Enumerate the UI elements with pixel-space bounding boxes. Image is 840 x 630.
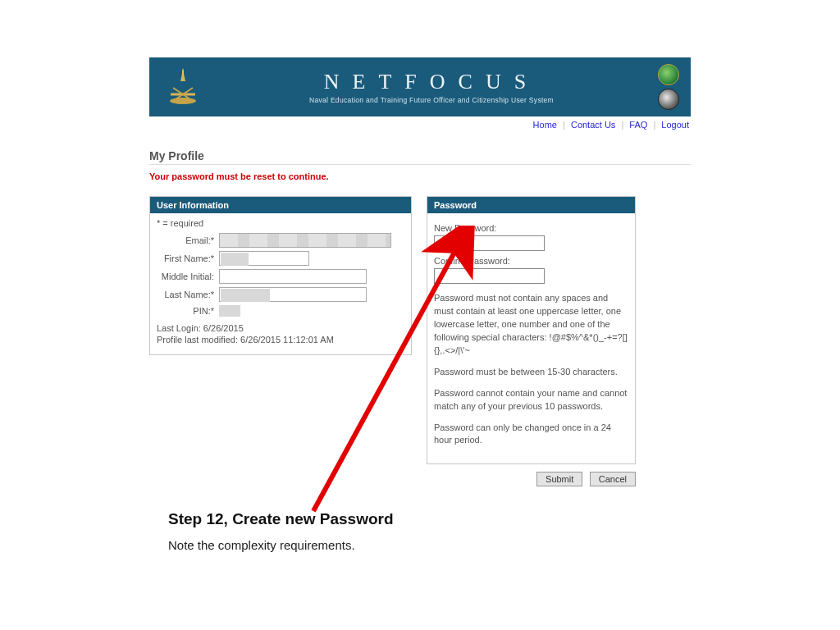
pin-label: PIN:* (157, 306, 219, 316)
email-label: Email:* (157, 235, 219, 245)
step-note: Note the complexity requirements. (168, 538, 394, 552)
middle-initial-field[interactable] (219, 269, 367, 284)
password-rule-4: Password can only be changed once in a 2… (434, 422, 628, 448)
last-modified: Profile last modified: 6/26/2015 11:12:0… (157, 335, 404, 345)
nav-home[interactable]: Home (533, 120, 557, 130)
pin-value (219, 305, 252, 317)
last-name-field[interactable] (219, 287, 367, 302)
user-info-panel: User Information * = required Email:* Fi… (149, 196, 412, 355)
nav-logout[interactable]: Logout (661, 120, 689, 130)
confirm-password-input[interactable] (434, 268, 545, 284)
submit-button[interactable]: Submit (536, 472, 582, 486)
top-nav: Home | Contact Us | FAQ | Logout (149, 116, 691, 130)
middle-initial-label: Middle Initial: (157, 272, 219, 281)
app-title: NETFOCUS (238, 70, 625, 94)
password-rule-1: Password must not contain any spaces and… (434, 292, 628, 358)
password-rule-2: Password must be between 15-30 character… (434, 366, 628, 379)
password-panel: Password New Password: Confirm Password:… (427, 196, 636, 464)
navy-crest-icon (161, 65, 205, 109)
last-login: Last Login: 6/26/2015 (157, 323, 404, 333)
user-info-header: User Information (150, 197, 411, 213)
email-field[interactable] (219, 233, 391, 248)
last-name-label: Last Name:* (157, 290, 219, 299)
seal-icon-1 (658, 64, 679, 85)
new-password-input[interactable] (434, 235, 545, 251)
nav-faq[interactable]: FAQ (629, 120, 647, 130)
nav-contact[interactable]: Contact Us (571, 120, 615, 130)
step-caption: Step 12, Create new Password Note the co… (168, 510, 394, 552)
seal-icon-2 (658, 89, 679, 110)
first-name-field[interactable] (219, 251, 309, 266)
header-banner: NETFOCUS Naval Education and Training Fu… (149, 57, 691, 116)
cancel-button[interactable]: Cancel (590, 472, 636, 486)
required-note: * = required (157, 218, 404, 228)
app-subtitle: Naval Education and Training Future Offi… (238, 96, 625, 104)
step-title: Step 12, Create new Password (168, 510, 394, 528)
new-password-label: New Password: (434, 223, 628, 233)
confirm-password-label: Confirm Password: (434, 256, 628, 266)
reset-warning: Your password must be reset to continue. (149, 171, 691, 181)
password-rule-3: Password cannot contain your name and ca… (434, 387, 628, 413)
password-header: Password (427, 197, 635, 213)
seal-icons (658, 64, 679, 110)
page-title: My Profile (149, 149, 691, 165)
first-name-label: First Name:* (157, 253, 219, 263)
